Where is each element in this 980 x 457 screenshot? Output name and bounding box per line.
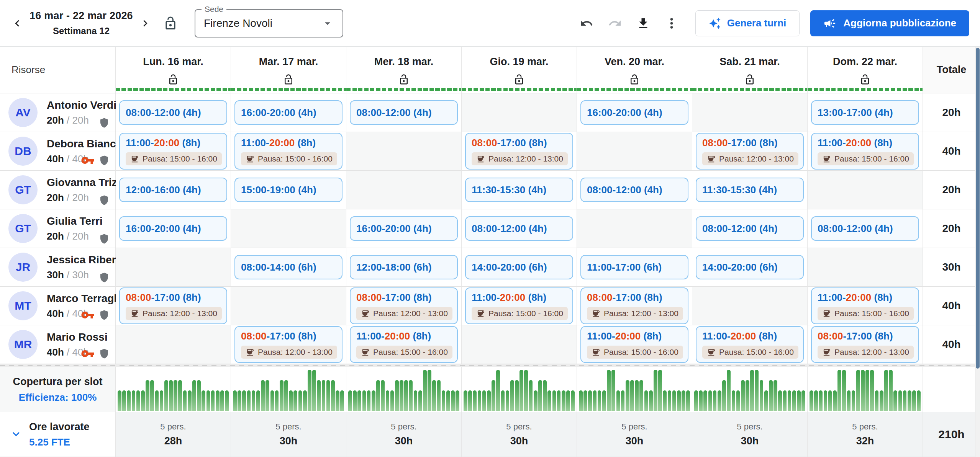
day-lock-button[interactable]: [744, 74, 755, 87]
shift-time: 08:00-17:00 (8h): [126, 292, 221, 304]
shift-chip[interactable]: 12:00-16:00 (4h): [119, 178, 227, 202]
more-options-button[interactable]: [665, 16, 678, 30]
shift-chip[interactable]: 11:00-20:00 (8h)Pausa: 15:00 - 16:00: [119, 133, 227, 170]
day-lock-button[interactable]: [167, 74, 179, 87]
resource-cell[interactable]: MRMario Rossi40h / 40h: [0, 325, 116, 364]
generate-shifts-button[interactable]: Genera turni: [695, 10, 800, 36]
shift-chip[interactable]: 08:00-17:00 (8h)Pausa: 12:00 - 13:00: [696, 133, 804, 170]
shift-chip[interactable]: 11:00-20:00 (8h)Pausa: 15:00 - 16:00: [696, 326, 804, 363]
coverage-bar: [446, 390, 450, 411]
shift-chip[interactable]: 08:00-17:00 (8h)Pausa: 12:00 - 13:00: [811, 326, 919, 363]
lock-open-icon: [398, 74, 410, 85]
coverage-bar: [880, 390, 883, 411]
shift-chip[interactable]: 11:00-20:00 (8h)Pausa: 15:00 - 16:00: [350, 326, 458, 363]
shift-chip[interactable]: 11:00-20:00 (8h)Pausa: 15:00 - 16:00: [811, 133, 919, 170]
day-lock-button[interactable]: [859, 74, 871, 87]
shift-cell-empty[interactable]: [577, 209, 692, 248]
download-button[interactable]: [636, 16, 650, 30]
shift-chip[interactable]: 16:00-20:00 (4h): [119, 216, 227, 241]
expand-hours-button[interactable]: [9, 427, 23, 442]
shift-cell: 11:00-20:00 (8h)Pausa: 15:00 - 16:00: [231, 132, 346, 171]
shift-cell-empty[interactable]: [462, 325, 577, 364]
shift-chip[interactable]: 12:00-18:00 (6h): [350, 255, 458, 279]
shift-chip[interactable]: 14:00-20:00 (6h): [696, 255, 804, 279]
shift-chip[interactable]: 13:00-17:00 (4h): [811, 100, 919, 125]
day-lock-button[interactable]: [513, 74, 525, 87]
undo-button[interactable]: [580, 16, 593, 30]
resource-cell[interactable]: GTGiovanna Trizi20h / 20h: [0, 171, 116, 209]
sede-select-label: Sede: [202, 5, 226, 14]
coverage-bar: [404, 380, 408, 411]
shift-chip[interactable]: 11:00-20:00 (8h)Pausa: 15:00 - 16:00: [234, 133, 343, 170]
shift-chip[interactable]: 08:00-17:00 (8h)Pausa: 12:00 - 13:00: [465, 133, 573, 170]
shift-chip[interactable]: 15:00-19:00 (4h): [234, 178, 343, 202]
shift-chip[interactable]: 11:30-15:30 (4h): [465, 178, 573, 202]
shift-chip[interactable]: 16:00-20:00 (4h): [350, 216, 458, 241]
shift-chip[interactable]: 11:00-20:00 (8h)Pausa: 15:00 - 16:00: [811, 287, 919, 324]
week-lock-button[interactable]: [163, 16, 178, 31]
shift-time: 08:00-12:00 (4h): [587, 184, 682, 196]
day-header: Dom. 22 mar.: [808, 47, 923, 93]
redo-button[interactable]: [608, 16, 622, 30]
shift-chip[interactable]: 08:00-12:00 (4h): [811, 216, 919, 241]
shift-chip[interactable]: 08:00-14:00 (6h): [234, 255, 343, 279]
shift-cell-empty[interactable]: [346, 132, 462, 171]
shift-chip[interactable]: 08:00-12:00 (4h): [119, 100, 227, 125]
shift-cell-empty[interactable]: [577, 132, 692, 171]
shield-icon: [98, 117, 110, 129]
resource-cell[interactable]: GTGiulia Terri20h / 20h: [0, 209, 116, 248]
published-indicator: [346, 88, 461, 91]
shift-chip[interactable]: 08:00-17:00 (8h)Pausa: 12:00 - 13:00: [234, 326, 343, 363]
resource-cell[interactable]: MTMarco Terraglia40h / 40h: [0, 287, 116, 325]
vertical-scrollbar-thumb[interactable]: [976, 48, 980, 369]
coverage-bar: [884, 370, 888, 411]
shift-cell-empty[interactable]: [116, 248, 231, 287]
shift-chip[interactable]: 08:00-12:00 (4h): [465, 216, 573, 241]
shift-cell-empty[interactable]: [692, 93, 808, 132]
day-lock-button[interactable]: [283, 74, 294, 87]
week-selector[interactable]: 16 mar - 22 mar 2026 Settimana 12: [24, 10, 139, 36]
coverage-bar: [889, 370, 893, 411]
sede-select[interactable]: Sede Firenze Novoli: [195, 9, 343, 38]
coverage-bar: [814, 390, 818, 411]
shift-chip[interactable]: 14:00-20:00 (6h): [465, 255, 573, 279]
shift-chip[interactable]: 08:00-12:00 (4h): [350, 100, 458, 125]
shift-cell: 08:00-12:00 (4h): [808, 209, 923, 248]
shift-cell-empty[interactable]: [116, 325, 231, 364]
shift-cell-empty[interactable]: [346, 171, 462, 209]
shift-chip[interactable]: 11:00-20:00 (8h)Pausa: 15:00 - 16:00: [580, 326, 688, 363]
shift-chip[interactable]: 11:00-20:00 (8h)Pausa: 15:00 - 16:00: [465, 287, 573, 324]
resource-cell[interactable]: DBDebora Bianchini40h / 40h: [0, 132, 116, 171]
shift-cell-empty[interactable]: [808, 171, 923, 209]
shift-chip[interactable]: 08:00-12:00 (4h): [696, 216, 804, 241]
shift-chip[interactable]: 08:00-12:00 (4h): [580, 178, 688, 202]
day-lock-button[interactable]: [629, 74, 640, 87]
next-week-button[interactable]: [139, 17, 152, 30]
shift-cell-empty[interactable]: [231, 209, 346, 248]
shield-icon-wrap: [98, 309, 110, 321]
shift-chip[interactable]: 16:00-20:00 (4h): [580, 100, 688, 125]
resource-cell[interactable]: AVAntonio Verdi20h / 20h: [0, 93, 116, 132]
shift-cell-empty[interactable]: [808, 248, 923, 287]
coverage-bar: [303, 390, 307, 411]
shift-chip[interactable]: 08:00-17:00 (8h)Pausa: 12:00 - 13:00: [350, 287, 458, 324]
shift-cell-empty[interactable]: [692, 287, 808, 325]
prev-week-button[interactable]: [11, 17, 24, 30]
shift-chip[interactable]: 11:30-15:30 (4h): [696, 178, 804, 202]
day-lock-button[interactable]: [398, 74, 410, 87]
shift-chip[interactable]: 08:00-17:00 (8h)Pausa: 12:00 - 13:00: [580, 287, 688, 324]
resource-cell[interactable]: JRJessica Ribera30h / 30h: [0, 248, 116, 287]
resources-header: Risorse: [0, 47, 116, 93]
coverage-bar: [602, 390, 606, 411]
coverage-bar: [238, 390, 241, 411]
shift-time: 08:00-17:00 (8h): [587, 292, 682, 304]
shield-icon: [98, 194, 110, 206]
publish-button[interactable]: Aggiorna pubblicazione: [810, 10, 969, 36]
shift-cell-empty[interactable]: [462, 93, 577, 132]
published-indicator: [692, 88, 807, 91]
shift-chip[interactable]: 08:00-17:00 (8h)Pausa: 12:00 - 13:00: [119, 287, 227, 324]
shift-chip[interactable]: 11:00-17:00 (6h): [580, 255, 688, 279]
shift-chip[interactable]: 16:00-20:00 (4h): [234, 100, 343, 125]
shift-cell-empty[interactable]: [231, 287, 346, 325]
day-label: Mar. 17 mar.: [259, 56, 318, 68]
